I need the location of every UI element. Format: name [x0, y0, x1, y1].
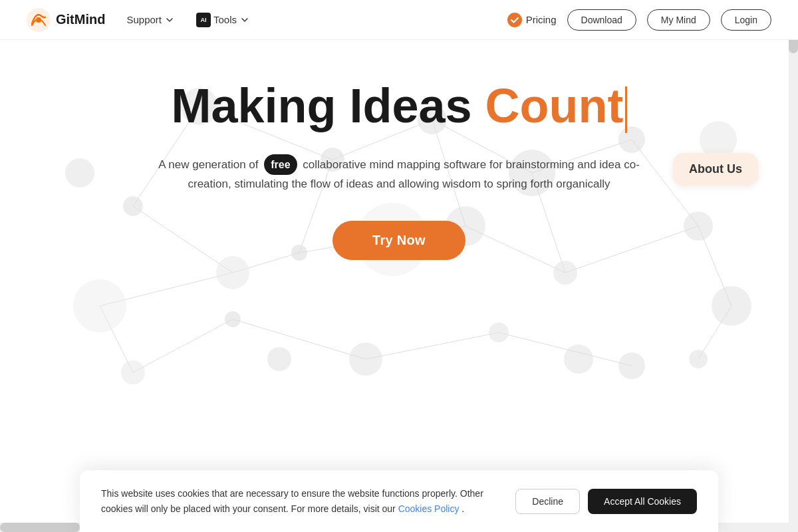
nav-tools[interactable]: AI Tools: [196, 13, 250, 27]
decline-button[interactable]: Decline: [515, 489, 580, 514]
svg-line-20: [233, 319, 366, 359]
pricing-label: Pricing: [526, 14, 557, 25]
logo[interactable]: GitMind: [27, 8, 105, 32]
try-now-button[interactable]: Try Now: [332, 221, 466, 260]
svg-point-34: [553, 261, 577, 285]
brand-name: GitMind: [56, 12, 105, 27]
svg-point-41: [489, 323, 509, 342]
hero-title: Making Ideas Count: [27, 80, 771, 133]
nav-right: Pricing Download My Mind Login: [507, 9, 771, 31]
hero-title-accent: Count: [485, 79, 624, 132]
hero-content: Making Ideas Count A new generation of f…: [27, 80, 771, 260]
ai-badge-text: AI: [200, 17, 206, 23]
svg-point-48: [564, 344, 593, 374]
my-mind-button[interactable]: My Mind: [647, 9, 710, 31]
cursor-blink: [625, 86, 627, 133]
login-button[interactable]: Login: [721, 9, 771, 31]
free-badge: free: [264, 154, 297, 175]
nav-support[interactable]: Support: [126, 14, 175, 25]
cookie-text-end: .: [462, 503, 464, 514]
svg-point-39: [225, 311, 241, 327]
svg-point-42: [618, 352, 645, 379]
svg-point-38: [121, 360, 145, 384]
svg-point-2: [507, 13, 522, 27]
svg-point-37: [712, 286, 751, 326]
svg-point-1: [36, 17, 41, 23]
hero-section: About Us Making Ideas Count A new genera…: [0, 40, 798, 439]
svg-line-21: [366, 332, 499, 359]
chevron-down-icon-tools: [239, 15, 250, 25]
hero-title-part1: Making Ideas: [171, 79, 485, 132]
about-us-bubble[interactable]: About Us: [673, 153, 758, 186]
about-us-label: About Us: [689, 162, 742, 176]
navbar: GitMind Support AI Tools Pricing: [0, 0, 798, 40]
logo-icon: [27, 8, 51, 32]
svg-line-19: [133, 319, 233, 372]
svg-point-40: [349, 342, 382, 376]
ai-badge-icon: AI: [196, 13, 211, 27]
pricing-icon: [507, 13, 522, 27]
svg-point-31: [216, 256, 249, 289]
cookie-buttons: Decline Accept All Cookies: [515, 489, 697, 514]
cookie-text: This website uses cookies that are neces…: [101, 486, 499, 516]
svg-point-47: [267, 347, 291, 371]
download-button[interactable]: Download: [567, 9, 636, 31]
svg-point-36: [73, 279, 126, 332]
pricing-button[interactable]: Pricing: [507, 13, 557, 27]
scrollbar-track-vertical[interactable]: [789, 0, 798, 532]
accept-cookies-button[interactable]: Accept All Cookies: [588, 489, 697, 514]
tools-label: Tools: [213, 14, 237, 25]
nav-left: GitMind Support AI Tools: [27, 8, 250, 32]
hero-description: A new generation of free collaborative m…: [150, 154, 648, 194]
cookies-policy-link[interactable]: Cookies Policy: [398, 503, 460, 514]
desc-part1: A new generation of: [158, 158, 258, 171]
support-label: Support: [126, 14, 162, 25]
chevron-down-icon: [164, 15, 175, 25]
cookie-banner: This website uses cookies that are neces…: [80, 470, 718, 532]
svg-point-43: [689, 350, 708, 368]
scrollbar-thumb-horizontal[interactable]: [0, 523, 80, 532]
